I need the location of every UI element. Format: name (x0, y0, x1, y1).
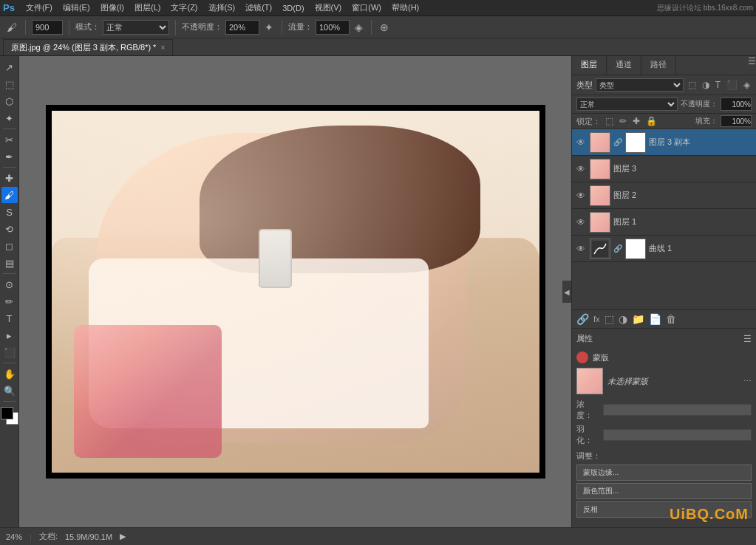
tab-close-button[interactable]: × (160, 44, 165, 52)
eyedropper-tool[interactable]: ✒ (1, 148, 18, 165)
tab-layers[interactable]: 图层 (572, 56, 607, 75)
layer-blend-mode[interactable]: 正常 (576, 97, 678, 111)
opacity-input[interactable] (225, 20, 259, 35)
menu-filter[interactable]: 滤镜(T) (240, 1, 277, 15)
layer-item-2[interactable]: 👁 图层 2 (572, 182, 756, 209)
clone-stamp-tool[interactable]: S (1, 204, 18, 220)
smart-filter-icon[interactable]: ◈ (742, 80, 752, 90)
layer-link-btn[interactable]: 🔗 (576, 313, 589, 325)
move-tool[interactable]: ↗ (1, 59, 18, 75)
tab-paths[interactable]: 路径 (641, 56, 676, 75)
tool-separator-4 (3, 363, 16, 363)
layer-type-select[interactable]: 类型 (596, 78, 684, 92)
layer-item-1[interactable]: 👁 图层 1 (572, 209, 756, 236)
lock-transparent-icon[interactable]: ⬚ (604, 116, 615, 126)
pixel-filter-icon[interactable]: ⬚ (687, 80, 698, 90)
layer-action-bar: 🔗 fx ⬚ ◑ 📁 📄 🗑 (572, 309, 756, 328)
status-arrow[interactable]: ▶ (120, 532, 126, 541)
tab-channels[interactable]: 通道 (607, 56, 641, 75)
feather-slider[interactable] (603, 429, 752, 441)
menu-text[interactable]: 文字(Z) (166, 1, 202, 15)
brush-tool-icon[interactable]: 🖌 (4, 21, 19, 33)
mask-edge-button[interactable]: 蒙版边缘... (576, 465, 752, 481)
airbrush-icon[interactable]: ✦ (262, 21, 276, 33)
lock-pixels-icon[interactable]: ✏ (618, 116, 628, 126)
adjust-section: 调整： 蒙版边缘... 颜色范围... 反相 (576, 450, 752, 520)
layer-fx-btn[interactable]: fx (593, 315, 600, 323)
color-selector[interactable] (1, 407, 18, 425)
brush-size-input[interactable] (32, 20, 63, 35)
text-tool[interactable]: T (1, 310, 18, 326)
menu-file[interactable]: 文件(F) (21, 1, 58, 15)
flow-input[interactable] (316, 20, 350, 35)
layer-visibility-2[interactable]: 👁 (575, 191, 587, 201)
lock-position-icon[interactable]: ✚ (631, 116, 641, 126)
menu-window[interactable]: 窗口(W) (347, 1, 386, 15)
layer-item-3[interactable]: 👁 图层 3 (572, 156, 756, 182)
extra-options-icon[interactable]: ⊕ (378, 21, 391, 33)
color-range-button[interactable]: 颜色范围... (576, 483, 752, 499)
pen-tool[interactable]: ✏ (1, 293, 18, 309)
lock-row: 锁定： ⬚ ✏ ✚ 🔒 填充： (572, 114, 756, 129)
menu-help[interactable]: 帮助(H) (386, 1, 424, 15)
adjustment-filter-icon[interactable]: ◑ (701, 80, 711, 90)
layer-delete-btn[interactable]: 🗑 (666, 313, 676, 325)
doc-label: 文档: (39, 531, 58, 542)
crop-tool[interactable]: ✂ (1, 131, 18, 148)
menu-edit[interactable]: 编辑(E) (58, 1, 95, 15)
zoom-tool[interactable]: 🔍 (1, 383, 18, 399)
dodge-tool[interactable]: ⊙ (1, 276, 18, 292)
layer-visibility-curves[interactable]: 👁 (575, 244, 587, 254)
menu-layer[interactable]: 图层(L) (129, 1, 166, 15)
layer-visibility-3-copy[interactable]: 👁 (575, 137, 587, 148)
properties-panel: 属性 ☰ 蒙版 未选择蒙版 ⋯ 浓度： (572, 328, 756, 527)
layer-mask-btn[interactable]: ⬚ (605, 313, 614, 325)
magic-wand-tool[interactable]: ✦ (1, 110, 18, 126)
options-bar: 🖌 模式： 正常 不透明度： ✦ 流量： ◈ ⊕ (0, 16, 756, 38)
menu-view[interactable]: 视图(V) (310, 1, 347, 15)
density-slider[interactable] (603, 404, 752, 416)
eraser-tool[interactable]: ◻ (1, 238, 18, 254)
layer-group-btn[interactable]: 📁 (632, 313, 644, 325)
separator-4 (282, 20, 282, 35)
marquee-tool[interactable]: ⬚ (1, 76, 18, 92)
healing-brush-tool[interactable]: ✚ (1, 170, 18, 186)
layer-visibility-1[interactable]: 👁 (575, 217, 587, 227)
hand-tool[interactable]: ✋ (1, 366, 18, 382)
status-separator: | (30, 532, 32, 541)
layer-adjustment-btn[interactable]: ◑ (619, 313, 627, 325)
canvas-area: ◀ (19, 56, 571, 527)
layer-name-2: 图层 2 (613, 190, 753, 201)
panel-menu-icon[interactable]: ☰ (748, 56, 756, 75)
layer-visibility-3[interactable]: 👁 (575, 164, 587, 174)
menu-select[interactable]: 选择(S) (203, 1, 241, 15)
gradient-tool[interactable]: ▤ (1, 255, 18, 271)
invert-button[interactable]: 反相 (576, 501, 752, 518)
layer-opacity-input[interactable] (721, 97, 752, 111)
path-selection-tool[interactable]: ▸ (1, 327, 18, 343)
zoom-level: 24% (6, 532, 22, 541)
blend-mode-select[interactable]: 正常 (103, 20, 169, 35)
history-brush-tool[interactable]: ⟲ (1, 221, 18, 237)
layer-name-3: 图层 3 (613, 163, 753, 174)
layer-item-3-copy[interactable]: 👁 🔗 图层 3 副本 (572, 129, 756, 156)
lasso-tool[interactable]: ⬡ (1, 93, 18, 109)
separator-3 (175, 20, 176, 35)
document-tab[interactable]: 原图.jpg @ 24% (图层 3 副本, RGB/8*) * × (3, 39, 173, 55)
menu-image[interactable]: 图像(I) (95, 1, 129, 15)
lock-all-icon[interactable]: 🔒 (644, 116, 658, 126)
tablet-icon[interactable]: ◈ (353, 21, 365, 33)
text-filter-icon[interactable]: T (714, 80, 722, 90)
brush-tool[interactable]: 🖌 (1, 187, 18, 203)
layer-item-curves[interactable]: 👁 🔗 曲线 1 (572, 236, 756, 262)
shape-tool[interactable]: ⬛ (1, 344, 18, 360)
layer-fill-input[interactable] (721, 115, 752, 127)
layer-new-btn[interactable]: 📄 (649, 313, 661, 325)
menu-3d[interactable]: 3D(D) (277, 2, 309, 14)
shape-filter-icon[interactable]: ⬛ (725, 80, 739, 90)
tab-title: 原图.jpg @ 24% (图层 3 副本, RGB/8*) * (11, 42, 156, 53)
properties-menu-icon[interactable]: ☰ (743, 334, 752, 344)
foreground-color-swatch[interactable] (1, 407, 13, 419)
panel-toggle[interactable]: ◀ (562, 281, 571, 303)
mask-options-icon[interactable]: ⋯ (743, 377, 752, 386)
